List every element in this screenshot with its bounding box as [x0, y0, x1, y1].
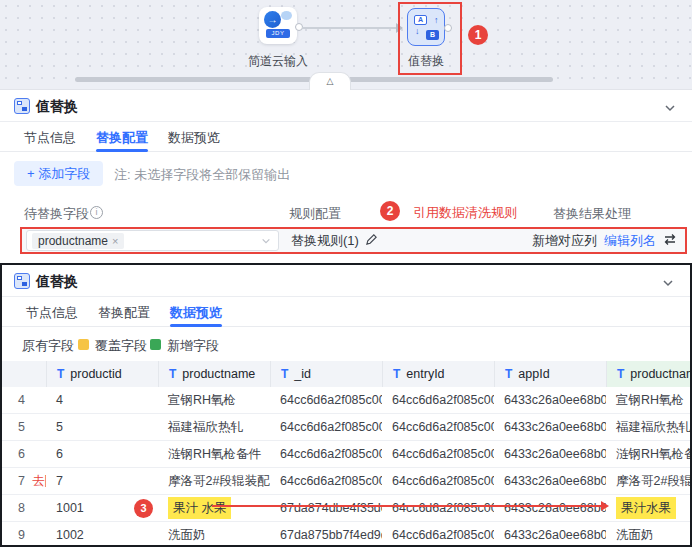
column-label-field: 待替换字段 [24, 205, 89, 223]
tab-node-info[interactable]: 节点信息 [26, 304, 78, 322]
active-tab-underline [96, 149, 148, 152]
panel-header: 值替换 [2, 265, 690, 297]
column-header-id[interactable]: T_id [270, 361, 382, 387]
preview-tabs: 节点信息 替换配置 数据预览 [2, 297, 690, 327]
annotation-step-1: 1 [468, 25, 488, 45]
table-row[interactable]: 8 1001 3 果汁 水果 67da874dbe4f35dc88... 64c… [2, 495, 690, 522]
filter-icon: T [505, 367, 512, 381]
add-field-note: 注: 未选择字段将全部保留输出 [114, 166, 290, 184]
tab-data-preview[interactable]: 数据预览 [170, 304, 222, 322]
canvas-collapse-handle[interactable]: △ [309, 72, 351, 90]
panel-title: 值替换 [36, 273, 78, 291]
edit-rule-icon[interactable] [365, 232, 378, 250]
table-row[interactable]: 7去除字段中的空格 7 摩洛哥2#段辊装配 64cc6d6a2f085c0007… [2, 468, 690, 495]
annotation-text-rule: 引用数据清洗规则 [413, 204, 517, 222]
annotation-step-2: 2 [380, 201, 400, 221]
highlighted-source-value: 果汁 水果 [168, 497, 231, 519]
panel-title: 值替换 [36, 98, 78, 116]
info-icon[interactable]: i [90, 206, 103, 219]
replace-config-panel: 值替换 节点信息 替换配置 数据预览 + 添加字段 注: 未选择字段将全部保留输… [0, 90, 692, 263]
tab-replace-config[interactable]: 替换配置 [98, 304, 150, 322]
highlighted-result-value: 果汁水果 [616, 497, 676, 519]
flow-canvas[interactable]: → JDY 简道云输入 A ↓ ↑ B 值替换 1 △ [0, 0, 692, 90]
select-chevron-icon[interactable] [261, 232, 271, 250]
legend-new-field: 新增字段 [167, 337, 219, 355]
edit-columns-link[interactable]: 编辑列名 [604, 232, 656, 250]
rule-value[interactable]: 替换规则(1) [291, 232, 359, 250]
filter-icon: T [57, 367, 64, 381]
chevron-down-icon[interactable] [662, 275, 674, 293]
jdy-badge: JDY [266, 29, 290, 38]
legend-green-swatch [150, 339, 161, 350]
column-header-entryid[interactable]: TentryId [382, 361, 494, 387]
tab-replace-config[interactable]: 替换配置 [96, 129, 148, 147]
column-label-result: 替换结果处理 [553, 205, 631, 223]
column-header-productid[interactable]: Tproductid [46, 361, 158, 387]
data-preview-panel: 值替换 节点信息 替换配置 数据预览 原有字段 覆盖字段 新增字段 Tprodu… [0, 263, 692, 547]
table-row[interactable]: 5 5 福建福欣热轧 64cc6d6a2f085c0007... 64cc6d6… [2, 414, 690, 441]
active-tab-underline [170, 324, 222, 327]
field-select[interactable]: productname× [26, 230, 279, 251]
node-jiandaoyun-input[interactable]: → JDY [259, 7, 297, 44]
tag-remove-icon[interactable]: × [112, 235, 118, 247]
tab-data-preview[interactable]: 数据预览 [168, 129, 220, 147]
filter-icon: T [617, 367, 624, 381]
annotation-step-3: 3 [134, 499, 153, 518]
annotation-arrow [212, 505, 602, 507]
legend-yellow-swatch [78, 339, 89, 350]
column-header-appid[interactable]: TappId [494, 361, 606, 387]
node-label-input: 简道云输入 [240, 53, 316, 70]
field-tag[interactable]: productname× [32, 233, 124, 249]
filter-icon: T [169, 367, 176, 381]
value-replace-icon [14, 98, 30, 114]
annotation-text-trim-spaces: 去除字段中的空格 [32, 474, 46, 488]
table-row[interactable]: 4 4 宣钢RH氧枪 64cc6d6a2f085c0007... 64cc6d6… [2, 387, 690, 414]
flow-edge [302, 27, 397, 29]
legend-override-field: 覆盖字段 [95, 337, 147, 355]
legend-original-field: 原有字段 [22, 337, 74, 355]
chevron-down-icon[interactable] [664, 100, 676, 118]
tab-node-info[interactable]: 节点信息 [24, 129, 76, 147]
panel-header: 值替换 [0, 90, 692, 122]
value-replace-icon [14, 273, 30, 289]
table-header-row: Tproductid Tproductname T_id TentryId Ta… [2, 361, 690, 387]
cloud-icon [281, 11, 292, 20]
input-arrow-icon: → [264, 11, 281, 28]
row-number-header [2, 361, 46, 387]
preview-table: Tproductid Tproductname T_id TentryId Ta… [2, 361, 690, 547]
app-window: → JDY 简道云输入 A ↓ ↑ B 值替换 1 △ 值替换 节点信息 [0, 0, 692, 547]
config-tabs: 节点信息 替换配置 数据预览 [0, 122, 692, 152]
column-label-rule: 规则配置 [289, 205, 341, 223]
filter-icon: T [281, 367, 288, 381]
filter-icon: T [393, 367, 400, 381]
annotation-box-node [398, 2, 462, 75]
add-field-button[interactable]: + 添加字段 [14, 161, 103, 186]
replace-config-row: productname× 替换规则(1) 新增对应列 编辑列名 [20, 227, 687, 254]
result-mode-label: 新增对应列 [532, 232, 597, 250]
swap-icon[interactable] [663, 232, 677, 250]
table-row[interactable]: 9 1002 洗面奶 67da875bb7f4ed9dd... 64cc6d6a… [2, 522, 690, 547]
table-row[interactable]: 6 6 涟钢RH氧枪备件 64cc6d6a2f085c0007... 64cc6… [2, 441, 690, 468]
column-header-productname[interactable]: Tproductname [158, 361, 270, 387]
column-header-productname-new[interactable]: Tproductname_ [606, 361, 690, 387]
